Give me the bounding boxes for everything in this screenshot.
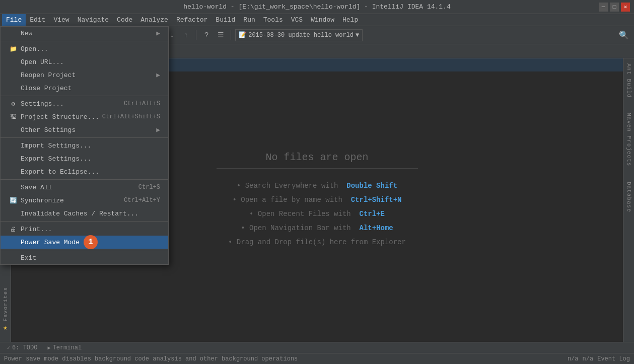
- menu-item-reopen-label: Reopen Project: [21, 71, 76, 79]
- settings-shortcut: Ctrl+Alt+S: [124, 100, 160, 107]
- close-button[interactable]: ✕: [621, 3, 630, 12]
- menu-item-project-structure[interactable]: 🏗 Project Structure... Ctrl+Alt+Shift+S: [1, 110, 168, 123]
- menu-item-export-settings[interactable]: Export Settings...: [1, 152, 168, 165]
- menu-analyze[interactable]: Analyze: [136, 14, 172, 26]
- menu-item-close-project-label: Close Project: [21, 85, 72, 92]
- project-structure-icon: 🏗: [9, 112, 18, 121]
- separator-3: [1, 137, 168, 138]
- menu-item-export-settings-label: Export Settings...: [21, 155, 91, 163]
- menu-code[interactable]: Code: [113, 14, 136, 26]
- favorites-label[interactable]: Favorites: [3, 287, 9, 321]
- database-label[interactable]: Database: [626, 182, 632, 212]
- menu-edit[interactable]: Edit: [26, 14, 49, 26]
- status-na-2: n/a: [583, 355, 594, 362]
- menu-item-new[interactable]: New ▶: [1, 27, 168, 40]
- menu-item-settings[interactable]: ⚙ Settings... Ctrl+Alt+S: [1, 97, 168, 110]
- reopen-icon: [9, 70, 18, 80]
- menu-item-exit-label: Exit: [21, 254, 36, 262]
- vcs-dropdown[interactable]: 📝 2015-08-30 update hello world ▼: [235, 29, 363, 41]
- todo-label: 6: TODO: [12, 344, 37, 351]
- maven-projects-label[interactable]: Maven Projects: [626, 113, 632, 166]
- hint-search: • Search Everywhere with Double Shift: [237, 182, 397, 190]
- menu-refactor[interactable]: Refactor: [172, 14, 212, 26]
- save-all-icon: [9, 183, 18, 192]
- new-icon: [9, 29, 18, 38]
- menu-item-invalidate-caches-label: Invalidate Caches / Restart...: [21, 210, 138, 217]
- hint-key-alt-home: Alt+Home: [360, 224, 393, 232]
- terminal-tab[interactable]: ▶ Terminal: [42, 342, 87, 353]
- menu-file[interactable]: File: [2, 14, 26, 26]
- menu-item-export-eclipse[interactable]: Export to Eclipse...: [1, 165, 168, 178]
- new-arrow-icon: ▶: [156, 29, 160, 37]
- menu-item-project-structure-label: Project Structure...: [21, 113, 99, 121]
- hint-recent-files: • Open Recent Files with Ctrl+E: [249, 210, 385, 218]
- sdk-button[interactable]: ☰: [215, 29, 227, 41]
- no-files-title: No files are open: [217, 152, 418, 169]
- todo-tab[interactable]: ✓ 6: TODO: [2, 342, 42, 353]
- separator-1: [1, 41, 168, 41]
- menu-item-settings-label: Settings...: [21, 100, 64, 108]
- print-icon: 🖨: [9, 225, 18, 234]
- menu-item-export-eclipse-label: Export to Eclipse...: [21, 168, 99, 176]
- hint-key-ctrl-e: Ctrl+E: [360, 210, 385, 218]
- separator-4: [1, 179, 168, 180]
- menu-help[interactable]: Help: [338, 14, 362, 26]
- exit-icon: [9, 253, 18, 262]
- title-bar-controls: ─ □ ✕: [599, 3, 630, 12]
- separator-6: [1, 250, 168, 250]
- other-settings-icon: [9, 125, 18, 134]
- reopen-arrow-icon: ▶: [156, 71, 160, 79]
- project-structure-shortcut: Ctrl+Alt+Shift+S: [102, 113, 160, 120]
- ant-build-label[interactable]: Ant Build: [626, 63, 632, 98]
- menu-navigate[interactable]: Navigate: [74, 14, 113, 26]
- menu-item-invalidate-caches[interactable]: Invalidate Caches / Restart...: [1, 207, 168, 220]
- menu-item-print[interactable]: 🖨 Print...: [1, 223, 168, 236]
- sync-icon: 🔄: [9, 196, 18, 205]
- menu-item-close-project[interactable]: Close Project: [1, 82, 168, 95]
- terminal-label: Terminal: [52, 344, 82, 351]
- power-save-badge: 1: [84, 235, 98, 249]
- menu-item-power-save-label: Power Save Mode: [21, 239, 80, 246]
- synchronize-shortcut: Ctrl+Alt+Y: [124, 197, 160, 204]
- open-icon: 📁: [9, 44, 18, 53]
- menu-item-reopen[interactable]: Reopen Project ▶: [1, 68, 168, 82]
- event-log-label[interactable]: Event Log: [597, 355, 630, 362]
- status-bar: Power save mode disables background code…: [0, 353, 634, 364]
- menu-build[interactable]: Build: [212, 14, 239, 26]
- export-eclipse-icon: [9, 167, 18, 176]
- menu-item-exit[interactable]: Exit: [1, 251, 168, 264]
- maximize-button[interactable]: □: [610, 3, 619, 12]
- menu-tools[interactable]: Tools: [259, 14, 287, 26]
- settings-icon: ⚙: [9, 99, 18, 108]
- menu-item-power-save[interactable]: Power Save Mode 1: [1, 236, 168, 249]
- hint-key-double-shift: Double Shift: [346, 182, 397, 190]
- menu-item-open[interactable]: 📁 Open...: [1, 42, 168, 55]
- status-message: Power save mode disables background code…: [4, 355, 568, 362]
- menu-item-other-settings[interactable]: Other Settings ▶: [1, 123, 168, 136]
- menu-run[interactable]: Run: [239, 14, 259, 26]
- menu-item-other-settings-label: Other Settings: [21, 126, 76, 134]
- search-icon[interactable]: 🔍: [617, 28, 631, 42]
- help-button[interactable]: ?: [200, 29, 213, 41]
- menu-window[interactable]: Window: [307, 14, 338, 26]
- hint-key-ctrl-shift-n: Ctrl+Shift+N: [351, 196, 402, 204]
- menu-item-import-settings[interactable]: Import Settings...: [1, 139, 168, 152]
- menu-item-open-url-label: Open URL...: [21, 58, 64, 66]
- toolbar-separator-4: [231, 30, 231, 40]
- title-bar: hello-world - [E:\git_work_space\hello-w…: [0, 0, 634, 14]
- menu-item-open-url[interactable]: Open URL...: [1, 55, 168, 68]
- hint-drag-drop: • Drag and Drop file(s) here from Explor…: [228, 238, 406, 246]
- menu-vcs[interactable]: VCS: [287, 14, 307, 26]
- menu-item-save-all[interactable]: Save All Ctrl+S: [1, 181, 168, 194]
- menu-item-synchronize[interactable]: 🔄 Synchronize Ctrl+Alt+Y: [1, 194, 168, 207]
- bottom-tabs-bar: ✓ 6: TODO ▶ Terminal: [0, 342, 634, 353]
- menu-view[interactable]: View: [49, 14, 73, 26]
- hint-open-file: • Open a file by name with Ctrl+Shift+N: [232, 196, 401, 204]
- menu-item-synchronize-label: Synchronize: [21, 197, 64, 204]
- minimize-button[interactable]: ─: [599, 3, 608, 12]
- toolbar-separator-3: [196, 30, 196, 40]
- export-settings-icon: [9, 154, 18, 163]
- title-text: hello-world - [E:\git_work_space\hello-w…: [183, 3, 451, 11]
- hint-nav-bar: • Open Navigation Bar with Alt+Home: [241, 224, 393, 232]
- step-out-button[interactable]: ↑: [180, 29, 192, 41]
